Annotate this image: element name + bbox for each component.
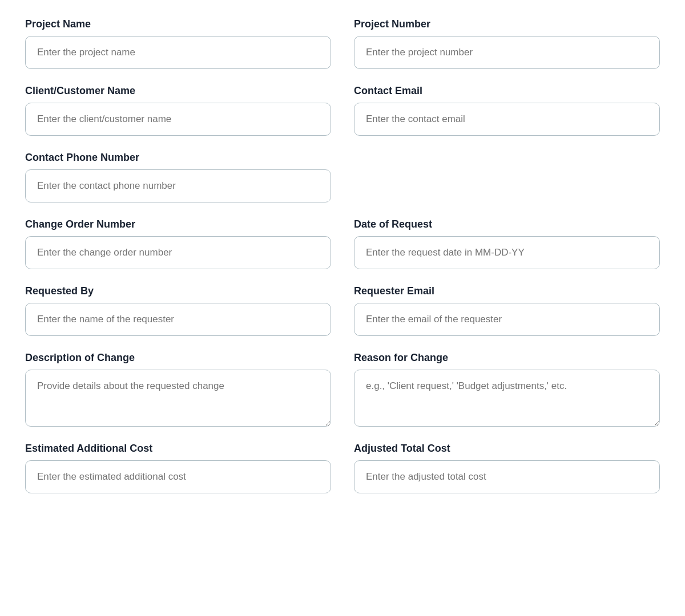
form-group-requester-email: Requester Email	[354, 285, 660, 336]
label-requested-by: Requested By	[25, 285, 331, 297]
label-reason-for-change: Reason for Change	[354, 352, 660, 364]
form-group-date-of-request: Date of Request	[354, 218, 660, 269]
input-project-number[interactable]	[354, 36, 660, 69]
input-client-customer-name[interactable]	[25, 103, 331, 136]
form-group-description-of-change: Description of Change	[25, 352, 331, 427]
input-reason-for-change[interactable]	[354, 370, 660, 427]
form-grid: Project NameProject NumberClient/Custome…	[25, 18, 660, 509]
spacer	[354, 152, 660, 202]
input-requested-by[interactable]	[25, 303, 331, 336]
input-project-name[interactable]	[25, 36, 331, 69]
label-project-name: Project Name	[25, 18, 331, 30]
form-group-client-customer-name: Client/Customer Name	[25, 85, 331, 136]
label-adjusted-total-cost: Adjusted Total Cost	[354, 443, 660, 455]
label-change-order-number: Change Order Number	[25, 218, 331, 230]
input-date-of-request[interactable]	[354, 236, 660, 269]
form-group-requested-by: Requested By	[25, 285, 331, 336]
form-group-contact-email: Contact Email	[354, 85, 660, 136]
label-contact-email: Contact Email	[354, 85, 660, 97]
label-requester-email: Requester Email	[354, 285, 660, 297]
label-client-customer-name: Client/Customer Name	[25, 85, 331, 97]
label-date-of-request: Date of Request	[354, 218, 660, 230]
input-estimated-additional-cost[interactable]	[25, 460, 331, 493]
form-group-adjusted-total-cost: Adjusted Total Cost	[354, 443, 660, 493]
input-requester-email[interactable]	[354, 303, 660, 336]
input-description-of-change[interactable]	[25, 370, 331, 427]
input-contact-phone-number[interactable]	[25, 169, 331, 202]
form-group-project-name: Project Name	[25, 18, 331, 69]
form-group-estimated-additional-cost: Estimated Additional Cost	[25, 443, 331, 493]
label-project-number: Project Number	[354, 18, 660, 30]
form-group-contact-phone-number: Contact Phone Number	[25, 152, 331, 202]
label-description-of-change: Description of Change	[25, 352, 331, 364]
input-contact-email[interactable]	[354, 103, 660, 136]
input-change-order-number[interactable]	[25, 236, 331, 269]
label-estimated-additional-cost: Estimated Additional Cost	[25, 443, 331, 455]
label-contact-phone-number: Contact Phone Number	[25, 152, 331, 164]
form-group-project-number: Project Number	[354, 18, 660, 69]
form-group-change-order-number: Change Order Number	[25, 218, 331, 269]
form-group-reason-for-change: Reason for Change	[354, 352, 660, 427]
input-adjusted-total-cost[interactable]	[354, 460, 660, 493]
